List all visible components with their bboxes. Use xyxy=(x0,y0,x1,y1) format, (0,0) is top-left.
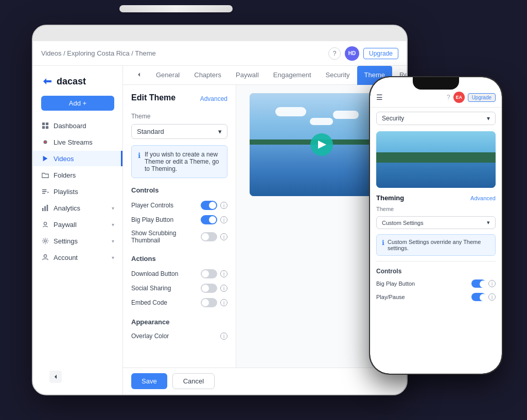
info-circle[interactable]: i xyxy=(220,233,227,240)
upgrade-button[interactable]: Upgrade xyxy=(363,48,398,59)
info-circle[interactable]: i xyxy=(220,285,227,292)
paywall-icon xyxy=(41,220,49,229)
control-label: Big Play Button xyxy=(131,216,173,223)
livestream-icon xyxy=(41,138,49,146)
control-label: Embed Code xyxy=(131,299,167,306)
social-sharing-toggle[interactable] xyxy=(201,284,217,293)
phone-theming-header: Theming Advanced xyxy=(370,190,502,204)
theme-label: Theme xyxy=(131,113,227,120)
folder-icon xyxy=(41,171,49,179)
tab-engagement[interactable]: Engagement xyxy=(266,66,319,85)
left-panel: Edit Theme Advanced Theme Standard ▾ ℹ I… xyxy=(123,85,236,367)
svg-rect-12 xyxy=(44,206,46,212)
logo-text: dacast xyxy=(57,76,86,87)
big-play-toggle[interactable] xyxy=(201,215,217,224)
sidebar-item-label: Analytics xyxy=(54,204,80,212)
phone-section-title: Theming xyxy=(376,194,404,202)
control-row: Overlay Color i xyxy=(131,330,227,342)
phone-info-circle[interactable]: i xyxy=(488,280,496,287)
actions-heading: Actions xyxy=(131,255,227,262)
embed-code-toggle[interactable] xyxy=(201,298,217,307)
sidebar: dacast Add + Dashboard Live xyxy=(33,66,123,394)
settings-icon xyxy=(41,237,49,245)
sidebar-item-folders[interactable]: Folders xyxy=(33,167,122,183)
phone-info-box: ℹ Custom Settings override any Theme set… xyxy=(376,234,496,256)
phone-playpause-toggle[interactable] xyxy=(471,293,486,301)
info-circle[interactable]: i xyxy=(220,216,227,223)
info-circle[interactable]: i xyxy=(220,332,227,340)
phone-theme-select[interactable]: Custom Settings ▾ xyxy=(376,216,496,229)
tab-security[interactable]: Security xyxy=(319,66,357,85)
cloud xyxy=(310,118,333,125)
phone-control-row: Play/Pause i xyxy=(370,290,502,304)
dashboard-icon xyxy=(41,121,49,130)
phone: ☰ ? EA Upgrade Security ▾ Theming xyxy=(369,76,503,375)
hamburger-icon[interactable]: ☰ xyxy=(376,93,383,101)
chevron-down-icon: ▾ xyxy=(112,205,114,211)
tab-back[interactable] xyxy=(129,66,149,85)
sidebar-item-videos[interactable]: Videos xyxy=(33,151,122,166)
add-button[interactable]: Add + xyxy=(41,96,114,111)
sidebar-item-paywall[interactable]: Paywall ▾ xyxy=(33,217,122,232)
svg-marker-6 xyxy=(43,156,48,162)
phone-big-play-toggle[interactable] xyxy=(471,279,486,288)
control-label: Show Scrubbing Thumbnail xyxy=(131,230,201,244)
phone-video-land xyxy=(376,152,496,163)
appearance-heading: Appearance xyxy=(131,318,227,326)
player-controls-toggle[interactable] xyxy=(201,201,217,210)
scene: Videos / Exploring Costa Rica / Theme ? … xyxy=(16,14,511,406)
phone-upgrade-button[interactable]: Upgrade xyxy=(468,93,496,102)
sidebar-item-dashboard[interactable]: Dashboard xyxy=(33,118,122,133)
download-toggle[interactable] xyxy=(201,269,217,278)
phone-header-right: ? EA Upgrade xyxy=(447,92,496,103)
svg-rect-2 xyxy=(42,126,45,129)
svg-rect-0 xyxy=(42,122,45,125)
control-right: i xyxy=(201,232,227,241)
tab-paywall[interactable]: Paywall xyxy=(229,66,266,85)
controls-heading: Controls xyxy=(131,186,227,194)
sidebar-item-playlists[interactable]: Playlists xyxy=(33,184,122,199)
control-right: i xyxy=(201,284,227,293)
svg-rect-7 xyxy=(42,189,47,190)
info-circle[interactable]: i xyxy=(220,270,227,277)
help-button[interactable]: ? xyxy=(328,47,341,60)
scrubbing-toggle[interactable] xyxy=(201,232,217,241)
phone-advanced-link[interactable]: Advanced xyxy=(470,195,496,201)
phone-help-button[interactable]: ? xyxy=(447,94,450,101)
panel-title: Edit Theme xyxy=(131,93,175,102)
phone-security-select[interactable]: Security ▾ xyxy=(376,112,496,125)
play-button[interactable] xyxy=(310,133,333,156)
chevron-down-icon: ▾ xyxy=(112,255,114,260)
tab-chapters[interactable]: Chapters xyxy=(187,66,229,85)
advanced-link[interactable]: Advanced xyxy=(200,95,227,102)
cancel-button[interactable]: Cancel xyxy=(172,373,215,389)
main-layout: dacast Add + Dashboard Live xyxy=(33,66,407,394)
control-right: i xyxy=(201,201,227,210)
phone-user-avatar: EA xyxy=(453,92,465,103)
back-button[interactable] xyxy=(49,371,62,383)
theme-select[interactable]: Standard ▾ xyxy=(131,124,227,139)
svg-rect-1 xyxy=(46,122,48,125)
control-right: i xyxy=(201,298,227,307)
controls-section: Player Controls i Big Play Button xyxy=(131,198,227,247)
save-button[interactable]: Save xyxy=(131,373,167,389)
split-content: Edit Theme Advanced Theme Standard ▾ ℹ I… xyxy=(123,85,407,367)
phone-info-circle[interactable]: i xyxy=(488,293,496,301)
info-circle[interactable]: i xyxy=(220,202,227,209)
sidebar-item-analytics[interactable]: Analytics ▾ xyxy=(33,200,122,216)
divider xyxy=(376,261,496,261)
panel-header: Edit Theme Advanced xyxy=(131,93,227,104)
svg-rect-3 xyxy=(46,126,48,129)
tab-general[interactable]: General xyxy=(149,66,187,85)
sidebar-item-label: Dashboard xyxy=(54,122,86,130)
stylus xyxy=(119,5,233,12)
phone-controls-heading: Controls xyxy=(370,264,502,277)
info-circle[interactable]: i xyxy=(220,299,227,306)
sidebar-item-livestreams[interactable]: Live Streams xyxy=(33,134,122,150)
appearance-section: Overlay Color i xyxy=(131,330,227,342)
sidebar-item-settings[interactable]: Settings ▾ xyxy=(33,233,122,249)
control-right: i xyxy=(220,332,227,340)
sidebar-item-account[interactable]: Account ▾ xyxy=(33,250,122,265)
control-row: Show Scrubbing Thumbnail i xyxy=(131,227,227,247)
sidebar-item-label: Live Streams xyxy=(54,138,93,146)
